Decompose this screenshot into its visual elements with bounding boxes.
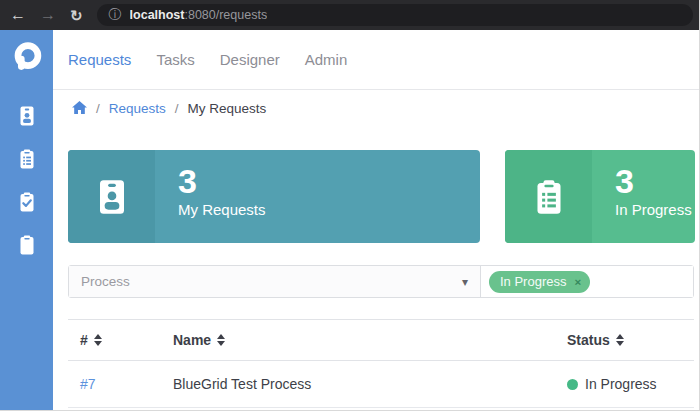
column-label: #	[80, 332, 88, 348]
status-dot-icon	[567, 379, 578, 390]
page-info-icon[interactable]: ⓘ	[109, 6, 122, 24]
sort-header-status[interactable]: Status	[567, 332, 624, 348]
sort-icon	[94, 334, 102, 347]
clipboard-icon[interactable]	[17, 235, 37, 255]
sidebar	[0, 30, 53, 411]
process-filter-placeholder: Process	[81, 274, 462, 289]
request-id-link[interactable]: #7	[80, 376, 96, 392]
card-count: 3	[178, 163, 266, 200]
breadcrumb-separator: /	[175, 101, 179, 116]
card-body: 3 In Progress	[592, 150, 692, 243]
request-id-cell: #7	[68, 376, 173, 392]
processmaker-logo-icon[interactable]	[8, 39, 46, 77]
request-name-cell: BlueGrid Test Process	[173, 376, 567, 392]
table-header-id: #	[68, 332, 173, 348]
card-in-progress[interactable]: 3 In Progress	[505, 150, 695, 243]
sort-header-id[interactable]: #	[80, 332, 102, 348]
chevron-down-icon: ▾	[462, 275, 468, 289]
request-name: BlueGrid Test Process	[173, 376, 311, 392]
clipboard-check-icon[interactable]	[17, 192, 37, 212]
column-label: Name	[173, 332, 211, 348]
main-content: Requests Tasks Designer Admin / Requests…	[53, 30, 699, 411]
breadcrumb: / Requests / My Requests	[53, 90, 699, 126]
process-filter-select[interactable]: Process ▾	[69, 266, 481, 297]
top-navigation: Requests Tasks Designer Admin	[53, 30, 699, 90]
nav-item-admin[interactable]: Admin	[305, 51, 348, 68]
card-iconbox	[68, 150, 155, 243]
close-icon[interactable]: ×	[574, 276, 581, 288]
request-status: In Progress	[585, 376, 657, 392]
clipboard-list-icon	[533, 179, 565, 215]
card-label: My Requests	[178, 201, 266, 218]
request-status-cell: In Progress	[567, 376, 694, 392]
card-my-requests[interactable]: 3 My Requests	[68, 150, 480, 243]
column-label: Status	[567, 332, 610, 348]
browser-back-icon[interactable]: ←	[10, 7, 26, 23]
url-text: localhost:8080/requests	[130, 8, 268, 22]
stat-cards: 3 My Requests	[53, 150, 699, 243]
breadcrumb-current: My Requests	[188, 101, 267, 116]
filter-bar: Process ▾ In Progress ×	[68, 265, 694, 298]
url-host: localhost	[130, 8, 185, 22]
status-filter-area[interactable]: In Progress ×	[481, 266, 693, 297]
table-row[interactable]: #7 BlueGrid Test Process In Progress	[68, 361, 694, 408]
table-header-status: Status	[567, 332, 694, 348]
home-icon[interactable]	[72, 101, 87, 115]
nav-item-designer[interactable]: Designer	[220, 51, 280, 68]
nav-item-requests[interactable]: Requests	[68, 51, 131, 68]
card-count: 3	[615, 163, 692, 200]
id-badge-icon	[96, 179, 128, 215]
sort-header-name[interactable]: Name	[173, 332, 225, 348]
clipboard-list-icon[interactable]	[17, 149, 37, 169]
browser-refresh-icon[interactable]: ↻	[70, 8, 83, 23]
browser-forward-icon[interactable]: →	[40, 7, 56, 23]
address-bar[interactable]: ⓘ localhost:8080/requests	[97, 4, 693, 26]
table-header-row: # Name Status	[68, 319, 694, 361]
sort-icon	[217, 334, 225, 347]
breadcrumb-link-requests[interactable]: Requests	[109, 101, 166, 116]
url-path: :8080/requests	[184, 8, 267, 22]
sidebar-menu	[17, 106, 37, 255]
table-header-name: Name	[173, 332, 567, 348]
breadcrumb-separator: /	[96, 101, 100, 116]
card-label: In Progress	[615, 201, 692, 218]
sort-icon	[616, 334, 624, 347]
browser-toolbar: ← → ↻ ⓘ localhost:8080/requests	[0, 0, 699, 30]
app-window: Requests Tasks Designer Admin / Requests…	[0, 30, 699, 411]
status-filter-tag-label: In Progress	[500, 274, 566, 289]
id-badge-icon[interactable]	[17, 106, 37, 126]
status-filter-tag[interactable]: In Progress ×	[489, 271, 590, 293]
card-iconbox	[505, 150, 592, 243]
requests-table: # Name Status	[68, 319, 694, 408]
nav-item-tasks[interactable]: Tasks	[156, 51, 194, 68]
card-body: 3 My Requests	[155, 150, 266, 243]
